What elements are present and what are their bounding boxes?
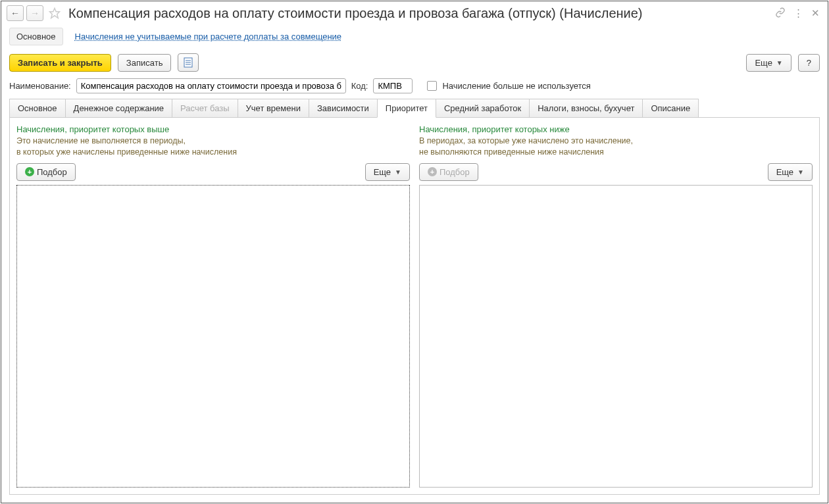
kebab-menu-icon[interactable]: ⋮ bbox=[793, 7, 803, 19]
plus-icon: + bbox=[25, 167, 34, 176]
fields-row: Наименование: Код: Начисление больше не … bbox=[1, 76, 828, 99]
name-label: Наименование: bbox=[9, 81, 71, 91]
not-used-checkbox[interactable] bbox=[427, 81, 437, 91]
nav-back-button[interactable]: ← bbox=[7, 5, 24, 21]
window: ← → Компенсация расходов на оплату стоим… bbox=[1, 1, 828, 503]
svg-marker-0 bbox=[50, 9, 60, 18]
tab-2: Расчет базы bbox=[172, 99, 238, 118]
close-icon[interactable]: ✕ bbox=[811, 7, 820, 19]
tab-4[interactable]: Зависимости bbox=[309, 99, 378, 118]
code-label: Код: bbox=[351, 81, 368, 91]
plus-icon: + bbox=[428, 167, 437, 176]
chevron-down-icon: ▼ bbox=[395, 168, 401, 176]
name-input[interactable] bbox=[76, 78, 346, 93]
panel-right-title: Начисления, приоритет которых ниже bbox=[419, 124, 813, 134]
favorite-star-icon[interactable] bbox=[47, 6, 62, 20]
chevron-down-icon: ▼ bbox=[797, 168, 804, 176]
section-link[interactable]: Начисления не учитываемые при расчете до… bbox=[75, 32, 342, 41]
more-button[interactable]: Еще▼ bbox=[746, 54, 791, 72]
tab-3[interactable]: Учет времени bbox=[238, 99, 309, 118]
list-higher-priority[interactable] bbox=[16, 185, 410, 488]
chevron-down-icon: ▼ bbox=[776, 59, 783, 66]
not-used-label: Начисление больше не используется bbox=[442, 81, 590, 91]
tabs-row: ОсновноеДенежное содержаниеРасчет базыУч… bbox=[1, 99, 828, 118]
priority-content: Начисления, приоритет которых выше Это н… bbox=[9, 117, 820, 495]
save-and-close-button[interactable]: Записать и закрыть bbox=[9, 54, 111, 72]
panel-lower-priority: Начисления, приоритет которых ниже В пер… bbox=[419, 124, 813, 488]
nav-forward-button[interactable]: → bbox=[26, 5, 43, 21]
link-icon[interactable] bbox=[775, 7, 786, 20]
section-tab-main[interactable]: Основное bbox=[9, 28, 63, 45]
panel-left-title: Начисления, приоритет которых выше bbox=[16, 124, 410, 134]
code-input[interactable] bbox=[373, 78, 413, 93]
page-title: Компенсация расходов на оплату стоимости… bbox=[68, 6, 772, 21]
tab-7[interactable]: Налоги, взносы, бухучет bbox=[529, 99, 643, 118]
tab-8[interactable]: Описание bbox=[642, 99, 699, 118]
more-left-button[interactable]: Еще▼ bbox=[365, 163, 410, 181]
report-button[interactable] bbox=[178, 53, 199, 72]
pick-right-button[interactable]: + Подбор bbox=[419, 163, 478, 181]
tab-1[interactable]: Денежное содержание bbox=[65, 99, 172, 118]
toolbar: Записать и закрыть Записать Еще▼ ? bbox=[1, 49, 828, 76]
panel-left-desc: Это начисление не выполняется в периоды,… bbox=[16, 136, 410, 158]
save-button[interactable]: Записать bbox=[118, 54, 172, 72]
tab-0[interactable]: Основное bbox=[9, 99, 66, 118]
help-button[interactable]: ? bbox=[798, 54, 820, 72]
section-tabs: Основное Начисления не учитываемые при р… bbox=[1, 25, 828, 49]
tab-6[interactable]: Средний заработок bbox=[436, 99, 530, 118]
tab-5[interactable]: Приоритет bbox=[377, 99, 436, 118]
panel-higher-priority: Начисления, приоритет которых выше Это н… bbox=[16, 124, 410, 488]
titlebar: ← → Компенсация расходов на оплату стоим… bbox=[1, 1, 828, 25]
pick-left-button[interactable]: + Подбор bbox=[16, 163, 76, 181]
list-lower-priority[interactable] bbox=[419, 185, 813, 488]
more-right-button[interactable]: Еще▼ bbox=[768, 163, 813, 181]
panel-right-desc: В периодах, за которые уже начислено это… bbox=[419, 136, 813, 158]
